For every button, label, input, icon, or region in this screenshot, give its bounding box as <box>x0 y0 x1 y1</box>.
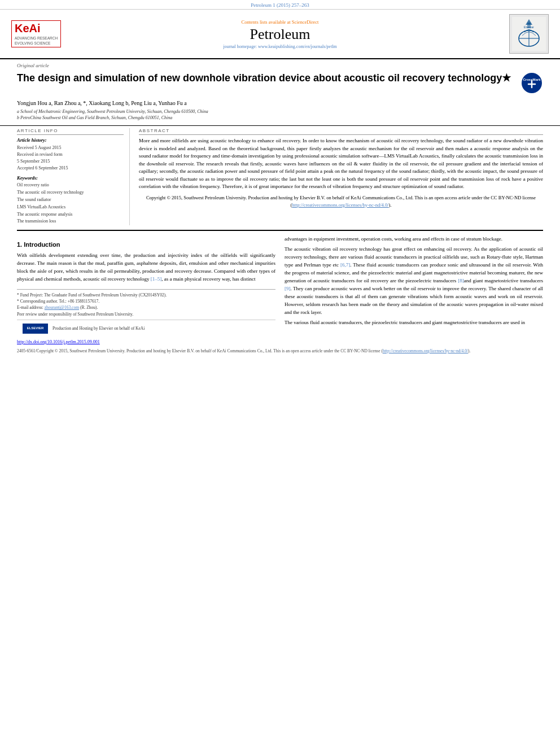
elsevier-logo: Elsevier <box>509 14 549 54</box>
accepted-date: Accepted 6 September 2015 <box>17 165 124 172</box>
abstract-text: More and more oilfields are using acoust… <box>139 137 543 191</box>
copyright-text: Copyright © 2015, Southwest Petroleum Un… <box>146 195 536 208</box>
footnote-corresponding: * Corresponding author. Tel.: +86 158811… <box>17 298 275 304</box>
body-left-col: 1. Introduction With oilfields developme… <box>17 235 275 337</box>
bottom-doi: http://dx.doi.org/10.1016/j.petlm.2015.0… <box>0 337 560 347</box>
body-left-para1: With oilfields development extending ove… <box>17 252 275 283</box>
received-date: Received 5 August 2015 <box>17 145 124 151</box>
body-section: 1. Introduction With oilfields developme… <box>0 235 560 337</box>
crossmark-badge: CrossMark <box>520 72 543 94</box>
footnote-fund: * Fund Project: The Graduate Fund of Sou… <box>17 292 275 298</box>
article-info-header: ARTICLE INFO <box>17 128 124 135</box>
section-divider <box>17 230 543 231</box>
ref-8: [8] <box>458 278 464 283</box>
authors-text: Yongjun Hou a, Ran Zhou a, *, Xiaokang L… <box>17 100 187 106</box>
revised-date: Received in revised form5 September 2015 <box>17 151 124 165</box>
footnotes: * Fund Project: The Graduate Fund of Sou… <box>17 289 275 317</box>
bottom-copyright: 2405-6561/Copyright © 2015, Southwest Pe… <box>0 347 560 357</box>
journal-homepage: journal homepage: www.keaipublishing.com… <box>62 44 498 49</box>
keyword-5: The acoustic response analysis <box>17 211 124 219</box>
science-direct-info: Contents lists available at ScienceDirec… <box>62 19 498 25</box>
journal-name-section: Contents lists available at ScienceDirec… <box>62 19 498 49</box>
doi-link[interactable]: http://dx.doi.org/10.1016/j.petlm.2015.0… <box>17 339 100 344</box>
science-direct-name: ScienceDirect <box>292 19 319 25</box>
elsevier-small-logo: ELSEVIER <box>23 324 48 334</box>
abstract-col: ABSTRACT More and more oilfields are usi… <box>139 128 543 225</box>
footnote-email-link[interactable]: zhourantj@163.com <box>45 305 79 310</box>
article-title: The design and simulation of new downhol… <box>17 72 515 85</box>
authors-line: Yongjun Hou a, Ran Zhou a, *, Xiaokang L… <box>0 98 560 107</box>
ref-1-5: [1–5] <box>151 276 162 282</box>
keyword-6: The transmission loss <box>17 218 124 225</box>
bottom-copyright-link[interactable]: http://creativecommons.org/licenses/by-n… <box>383 348 468 353</box>
affiliation-b: b PetroChina Southwest Oil and Gas Field… <box>17 115 543 121</box>
copyright-link[interactable]: http://creativecommons.org/licenses/by-n… <box>292 202 388 208</box>
keyword-2: The acoustic oil recovery technology <box>17 189 124 196</box>
affiliation-a: a School of Mechatronic Engineering, Sou… <box>17 108 543 115</box>
top-bar: Petroleum 1 (2015) 257–263 <box>0 0 560 10</box>
article-info-col: ARTICLE INFO Article history: Received 5… <box>17 128 130 225</box>
keyword-3: The sound radiator <box>17 196 124 204</box>
keai-logo: KeAi ADVANCING RESEARCHEVOLVING SCIENCE <box>11 20 61 47</box>
journal-header: KeAi ADVANCING RESEARCHEVOLVING SCIENCE … <box>0 10 560 59</box>
body-right-col: advantages in equipment investment, oper… <box>285 235 543 337</box>
keai-logo-section: KeAi ADVANCING RESEARCHEVOLVING SCIENCE <box>11 20 62 47</box>
keyword-1: Oil recovery ratio <box>17 182 124 189</box>
abstract-copyright: Copyright © 2015, Southwest Petroleum Un… <box>139 194 543 209</box>
elsevier-footer-bar: ELSEVIER Production and Hosting by Elsev… <box>17 320 275 337</box>
homepage-url: www.keaipublishing.com/en/journals/petlm <box>258 44 337 49</box>
elsevier-footer-text: Production and Hosting by Elsevier on be… <box>53 325 145 332</box>
elsevier-logo-section: Elsevier <box>498 14 549 54</box>
journal-title: Petroleum <box>62 26 498 43</box>
keai-ke-text: Ke <box>15 22 29 34</box>
article-type: Original article <box>0 59 560 69</box>
journal-citation: Petroleum 1 (2015) 257–263 <box>251 2 309 8</box>
keai-tagline: ADVANCING RESEARCHEVOLVING SCIENCE <box>15 36 58 46</box>
body-right-para3: The various fluid acoustic transducers, … <box>285 319 543 327</box>
affiliations: a School of Mechatronic Engineering, Sou… <box>0 107 560 125</box>
ref-9: [9] <box>285 286 291 291</box>
footnote-peer-review: Peer review under responsibility of Sout… <box>17 311 275 317</box>
body-right-para2: The acoustic vibration oil recovery tech… <box>285 246 543 316</box>
footnote-email: E-mail address: zhourantj@163.com (R. Zh… <box>17 304 275 311</box>
ref-6-7: [6,7] <box>340 262 350 268</box>
body-right-para1: advantages in equipment investment, oper… <box>285 235 543 243</box>
history-label: Article history: <box>17 137 124 143</box>
keyword-4: LMS VirtualLab Acoustics <box>17 204 124 211</box>
section1-heading: 1. Introduction <box>17 240 275 250</box>
abstract-header: ABSTRACT <box>139 128 543 135</box>
keai-ai-text: Ai <box>29 22 41 34</box>
keywords-label: Keywords: <box>17 175 124 181</box>
article-info-abstract-section: ARTICLE INFO Article history: Received 5… <box>0 125 560 225</box>
article-title-section: The design and simulation of new downhol… <box>0 69 560 98</box>
